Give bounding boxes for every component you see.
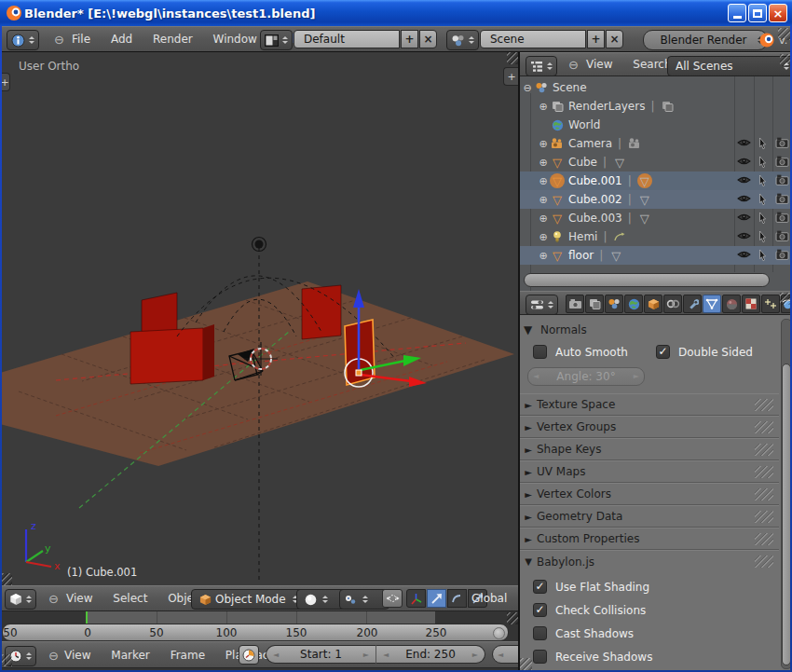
- auto-smooth-checkbox[interactable]: [533, 345, 547, 359]
- panel-drag-widget[interactable]: [755, 421, 773, 433]
- panel-header-shape-keys[interactable]: ► Shape Keys: [520, 438, 779, 460]
- outliner-row-cube-001[interactable]: ⊕ ▽ Cube.001 | ▽: [520, 171, 792, 190]
- outliner-row-scene[interactable]: ⊖ Scene: [520, 78, 792, 97]
- frame-end-field[interactable]: ◄ End: 250 ►: [376, 645, 485, 664]
- auto-smooth-option[interactable]: Auto Smooth: [533, 345, 628, 359]
- panel-header-uv-maps[interactable]: ► UV Maps: [520, 460, 779, 483]
- screen-layout-icon-button[interactable]: [260, 30, 293, 50]
- area-corner-widget[interactable]: [520, 658, 532, 670]
- tab-particles[interactable]: [761, 295, 780, 313]
- menu-marker[interactable]: Marker: [102, 649, 157, 662]
- tab-modifiers[interactable]: [683, 295, 702, 313]
- cube-object-2[interactable]: [130, 328, 203, 384]
- outliner-item-label[interactable]: Cube.001: [568, 174, 622, 187]
- render-toggle-camera-icon[interactable]: [775, 174, 789, 187]
- panel-header-vertex-colors[interactable]: ► Vertex Colors: [520, 483, 779, 505]
- outliner-row-camera[interactable]: ⊕ Camera |: [520, 134, 792, 153]
- double-sided-checkbox[interactable]: ✓: [656, 345, 670, 359]
- frame-start-field[interactable]: ◄ Start: 1 ►: [266, 645, 376, 664]
- screen-layout-field[interactable]: Default: [294, 30, 400, 48]
- render-toggle-camera-icon[interactable]: [775, 230, 789, 243]
- collapse-toggle-icon[interactable]: ⊖: [521, 82, 534, 94]
- render-toggle-camera-icon[interactable]: [775, 156, 789, 169]
- editor-type-selector-3dview[interactable]: [5, 589, 36, 610]
- tab-scene[interactable]: [605, 295, 623, 313]
- render-toggle-camera-icon[interactable]: [775, 249, 789, 262]
- menu-render[interactable]: Render: [144, 33, 201, 46]
- expand-toggle-icon[interactable]: ⊕: [537, 194, 550, 206]
- menu-view[interactable]: View: [56, 649, 99, 662]
- expand-toggle-icon[interactable]: ⊕: [537, 175, 550, 187]
- cube-object-3[interactable]: [302, 285, 341, 339]
- stepper-arrows[interactable]: [545, 59, 554, 74]
- manipulator-toggle-button[interactable]: [382, 589, 403, 608]
- outliner-row-hemi[interactable]: ⊕ Hemi |: [520, 227, 792, 246]
- panel-header-custom-properties[interactable]: ► Custom Properties: [520, 528, 779, 550]
- scene-icon-button[interactable]: [446, 30, 479, 50]
- expand-toggle-icon[interactable]: ⊕: [537, 157, 550, 169]
- translate-manipulator-button[interactable]: [427, 589, 446, 608]
- delete-scene-button[interactable]: ×: [606, 30, 623, 48]
- expand-toggle-icon[interactable]: ⊕: [537, 213, 550, 225]
- hide-toggle-eye-icon[interactable]: [737, 137, 751, 150]
- selectable-toggle-cursor-icon[interactable]: [758, 156, 772, 169]
- outliner-item-label[interactable]: Camera: [568, 137, 612, 150]
- render-toggle-camera-icon[interactable]: [775, 193, 789, 206]
- outliner-item-label[interactable]: Cube.003: [568, 212, 622, 225]
- properties-region-open-tab[interactable]: +: [503, 67, 519, 86]
- panel-header-babylon-js[interactable]: ▼ Babylon.js: [520, 550, 779, 572]
- menu-view[interactable]: View: [578, 58, 621, 71]
- timeline-scrollbar[interactable]: 50 0 50 100 150 200 250: [2, 624, 509, 641]
- outliner-item-label[interactable]: Cube: [568, 156, 597, 169]
- stepper-arrows[interactable]: [321, 592, 330, 607]
- panel-header-normals[interactable]: ▼ Normals: [524, 319, 587, 341]
- outliner-horizontal-scrollbar[interactable]: [524, 273, 770, 287]
- outliner-item-label[interactable]: RenderLayers: [568, 100, 645, 113]
- stepper-arrows[interactable]: [280, 33, 290, 48]
- stepper-arrows[interactable]: [546, 297, 555, 312]
- menu-view[interactable]: View: [58, 592, 101, 605]
- check-collisions-checkbox[interactable]: ✓: [533, 603, 547, 617]
- titlebar[interactable]: Blender* [E:\!webgl\instances\test1.blen…: [0, 0, 792, 26]
- time-sync-button[interactable]: [239, 645, 259, 665]
- scrollbar-zoom-handle[interactable]: [493, 627, 505, 639]
- use-flat-shading-option[interactable]: ✓ Use Flat Shading: [533, 580, 649, 594]
- hide-toggle-eye-icon[interactable]: [737, 212, 751, 225]
- decrement-icon[interactable]: ◄: [378, 651, 393, 659]
- auto-smooth-angle-slider[interactable]: ◄ Angle: 30° ►: [527, 367, 645, 386]
- add-layout-button[interactable]: +: [401, 30, 418, 48]
- window-maximize-button[interactable]: [748, 4, 767, 22]
- hide-toggle-eye-icon[interactable]: [737, 193, 751, 206]
- render-toggle-camera-icon[interactable]: [775, 137, 789, 150]
- menu-window[interactable]: Window: [205, 33, 266, 46]
- use-flat-shading-checkbox[interactable]: ✓: [533, 580, 547, 594]
- increment-icon[interactable]: ►: [468, 651, 483, 659]
- double-sided-option[interactable]: ✓ Double Sided: [656, 345, 753, 359]
- add-scene-button[interactable]: +: [587, 30, 605, 48]
- timeline-area[interactable]: 50 0 50 100 150 200 250 ⊖ View Marker Fr…: [0, 611, 519, 672]
- tab-object-data[interactable]: [703, 295, 721, 313]
- properties-panel[interactable]: ▼ Normals Auto Smooth ✓ Double Sided ◄ A…: [520, 315, 792, 672]
- stepper-arrows[interactable]: [467, 33, 476, 48]
- panel-drag-widget[interactable]: [755, 488, 773, 501]
- area-corner-widget[interactable]: [778, 28, 790, 40]
- panel-header-vertex-groups[interactable]: ► Vertex Groups: [520, 416, 779, 438]
- window-close-button[interactable]: ×: [769, 4, 787, 22]
- outliner-item-label[interactable]: World: [568, 118, 600, 131]
- tab-object[interactable]: [644, 295, 662, 313]
- tab-texture[interactable]: [742, 295, 760, 313]
- selectable-toggle-cursor-icon[interactable]: [758, 174, 772, 187]
- tab-constraints[interactable]: [663, 295, 682, 313]
- panel-header-geometry-data[interactable]: ► Geometry Data: [520, 505, 779, 528]
- editor-type-selector-properties[interactable]: [526, 295, 558, 315]
- outliner-item-label[interactable]: Scene: [553, 81, 587, 94]
- expand-toggle-icon[interactable]: ⊕: [537, 250, 550, 262]
- outliner-tree[interactable]: ⊖ Scene ⊕ RenderLayers | World: [520, 76, 792, 291]
- manipulator-axes-button[interactable]: [406, 589, 426, 608]
- panel-drag-widget[interactable]: [755, 533, 773, 545]
- tab-material[interactable]: [722, 295, 741, 313]
- outliner-item-label[interactable]: Hemi: [568, 230, 597, 243]
- expand-toggle-icon[interactable]: ⊕: [537, 138, 550, 150]
- delete-layout-button[interactable]: ×: [419, 30, 437, 48]
- current-frame-marker[interactable]: [86, 611, 88, 624]
